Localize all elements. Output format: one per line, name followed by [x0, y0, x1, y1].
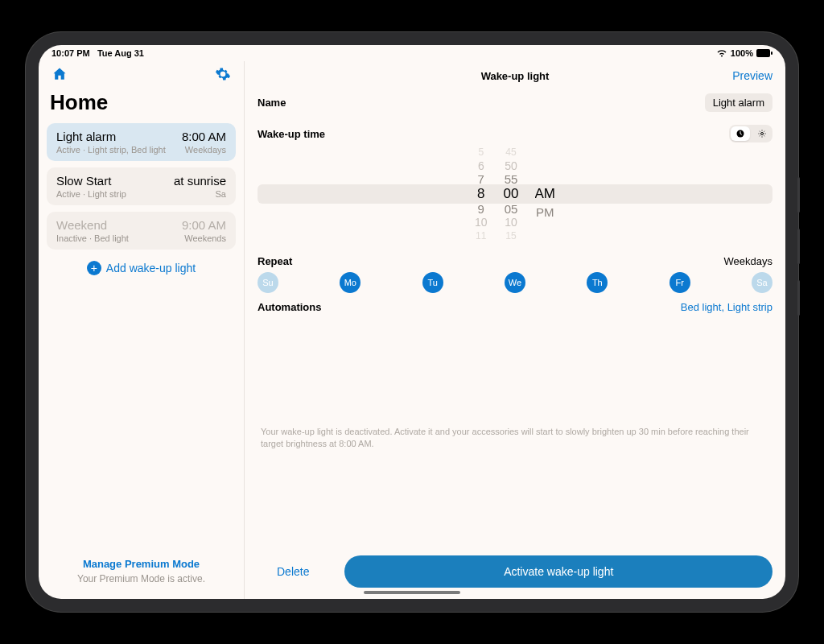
- alarm-time: 9:00 AM: [182, 218, 226, 232]
- time-picker[interactable]: 567891011 45505500051015 AMPM: [258, 146, 772, 242]
- wifi-icon: [716, 49, 727, 57]
- minute-column[interactable]: 45505500051015: [504, 146, 519, 242]
- svg-rect-0: [756, 49, 770, 57]
- alarm-time: at sunrise: [174, 174, 226, 188]
- day-toggle[interactable]: Tu: [422, 272, 443, 293]
- alarm-sub-left: Inactive · Bed light: [56, 233, 129, 243]
- alarm-sub-right: Weekends: [184, 233, 226, 243]
- picker-item[interactable]: 55: [505, 172, 518, 186]
- device-frame: 10:07 PM Tue Aug 31 100%: [26, 32, 798, 612]
- status-bar: 10:07 PM Tue Aug 31 100%: [39, 45, 785, 61]
- svg-rect-1: [771, 52, 772, 55]
- status-date: Tue Aug 31: [97, 48, 144, 58]
- picker-item[interactable]: 7: [478, 172, 484, 186]
- status-time: 10:07 PM: [52, 48, 90, 58]
- sidebar-title: Home: [47, 87, 236, 123]
- home-icon[interactable]: [50, 64, 69, 84]
- clock-mode-icon[interactable]: [731, 126, 750, 141]
- picker-item[interactable]: 9: [478, 202, 484, 216]
- alarm-card[interactable]: Slow Startat sunriseActive · Light strip…: [47, 167, 236, 205]
- add-wake-up-button[interactable]: + Add wake-up light: [47, 256, 236, 280]
- day-toggle[interactable]: We: [505, 272, 525, 293]
- premium-link[interactable]: Manage Premium Mode: [47, 558, 236, 570]
- alarm-name: Light alarm: [56, 130, 116, 143]
- add-label: Add wake-up light: [106, 262, 196, 275]
- ampm-column[interactable]: AMPM: [535, 146, 556, 242]
- day-toggle[interactable]: Th: [587, 272, 608, 293]
- page-title: Wake-up light: [481, 70, 550, 82]
- time-mode-toggle[interactable]: [729, 125, 772, 142]
- name-field[interactable]: Light alarm: [705, 93, 772, 112]
- hour-column[interactable]: 567891011: [475, 146, 488, 242]
- battery-percent: 100%: [731, 48, 753, 58]
- name-label: Name: [258, 97, 286, 109]
- premium-sub: Your Premium Mode is active.: [47, 573, 236, 584]
- svg-point-3: [761, 133, 764, 135]
- picker-item[interactable]: PM: [536, 204, 554, 220]
- screen: 10:07 PM Tue Aug 31 100%: [39, 45, 785, 599]
- alarm-sub-left: Active · Light strip, Bed light: [56, 145, 166, 155]
- picker-item[interactable]: 00: [504, 186, 519, 202]
- day-toggle[interactable]: Fr: [670, 272, 690, 293]
- alarm-time: 8:00 AM: [182, 130, 226, 143]
- sidebar: Home Light alarm8:00 AMActive · Light st…: [39, 61, 245, 599]
- repeat-summary: Weekdays: [724, 255, 772, 267]
- picker-item[interactable]: AM: [535, 184, 556, 204]
- alarm-card[interactable]: Light alarm8:00 AMActive · Light strip, …: [47, 123, 236, 161]
- picker-item[interactable]: 05: [505, 202, 518, 216]
- alarm-sub-left: Active · Light strip: [56, 189, 126, 199]
- sun-mode-icon[interactable]: [752, 125, 772, 142]
- day-toggle[interactable]: Mo: [340, 272, 360, 293]
- picker-item[interactable]: 5: [478, 146, 484, 159]
- picker-item[interactable]: 6: [478, 159, 484, 173]
- gear-icon[interactable]: [213, 64, 233, 84]
- home-indicator: [364, 591, 460, 594]
- main-panel: Wake-up light Preview Name Light alarm W…: [245, 61, 785, 599]
- content: Home Light alarm8:00 AMActive · Light st…: [39, 61, 785, 599]
- battery-icon: [756, 49, 772, 57]
- picker-item[interactable]: 45: [505, 146, 516, 159]
- automations-link[interactable]: Bed light, Light strip: [681, 301, 772, 313]
- alarm-name: Slow Start: [56, 174, 111, 188]
- picker-item[interactable]: 10: [475, 216, 488, 229]
- picker-item[interactable]: 10: [505, 216, 517, 229]
- picker-item[interactable]: 8: [477, 186, 484, 202]
- status-right: 100%: [716, 48, 772, 58]
- delete-button[interactable]: Delete: [258, 557, 328, 586]
- repeat-label: Repeat: [258, 255, 292, 267]
- picker-item[interactable]: 50: [505, 159, 517, 173]
- alarm-name: Weekend: [56, 218, 107, 232]
- alarm-sub-right: Sa: [216, 189, 226, 199]
- alarm-sub-right: Weekdays: [185, 145, 226, 155]
- wake-time-label: Wake-up time: [258, 128, 325, 140]
- picker-item[interactable]: 11: [476, 229, 486, 243]
- days-row: SuMoTuWeThFrSa: [258, 269, 772, 301]
- day-toggle[interactable]: Sa: [752, 272, 772, 293]
- status-left: 10:07 PM Tue Aug 31: [52, 48, 144, 58]
- plus-icon: +: [87, 261, 101, 275]
- sidebar-footer: Manage Premium Mode Your Premium Mode is…: [47, 551, 236, 591]
- activate-button[interactable]: Activate wake-up light: [344, 555, 772, 588]
- picker-item[interactable]: 15: [505, 229, 516, 243]
- alarm-card[interactable]: Weekend9:00 AMInactive · Bed lightWeeken…: [47, 212, 236, 250]
- day-toggle[interactable]: Su: [258, 272, 278, 293]
- device-side-buttons: [797, 177, 800, 316]
- info-text: Your wake-up light is deactivated. Activ…: [258, 426, 772, 451]
- preview-button[interactable]: Preview: [732, 69, 772, 82]
- automations-label: Automations: [258, 301, 321, 313]
